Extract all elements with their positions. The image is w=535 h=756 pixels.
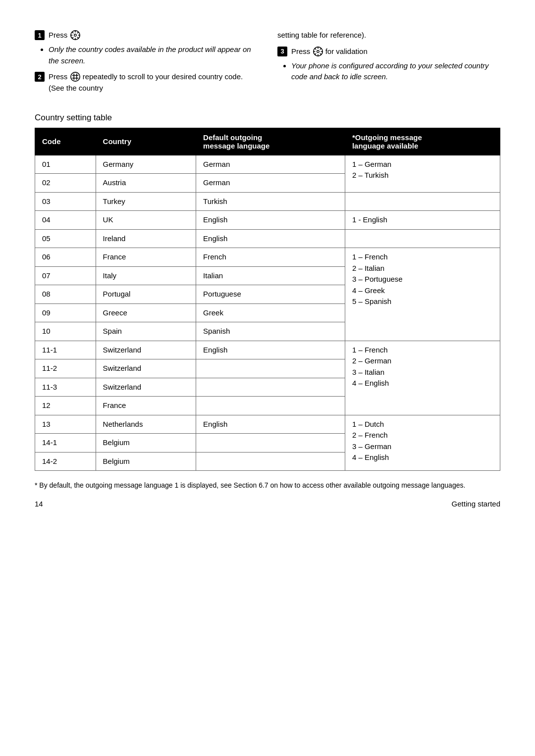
- cell-country: Belgium: [96, 452, 196, 471]
- cell-code: 09: [35, 303, 96, 322]
- cell-default: [196, 434, 345, 453]
- hash-icon-1: [70, 71, 81, 82]
- step-1-number: 1: [35, 30, 45, 40]
- cell-default: [196, 452, 345, 471]
- svg-line-24: [72, 37, 73, 39]
- cell-country: Italy: [96, 266, 196, 285]
- cell-default: [196, 359, 345, 378]
- svg-line-23: [77, 32, 78, 34]
- cell-country: Austria: [96, 174, 196, 193]
- left-column: 1 Press Only the country codes ava: [35, 30, 258, 97]
- cell-code: 10: [35, 322, 96, 341]
- step-3-bullet-1: Your phone is configured according to yo…: [291, 60, 500, 83]
- cell-country: Switzerland: [96, 359, 196, 378]
- table-row: 03TurkeyTurkish: [35, 192, 500, 211]
- cell-code: 01: [35, 155, 96, 174]
- cell-default: Portuguese: [196, 285, 345, 304]
- table-row: 11-1SwitzerlandEnglish1 – French2 – Germ…: [35, 341, 500, 359]
- cell-code: 14-2: [35, 452, 96, 471]
- cell-default: English: [196, 211, 345, 230]
- cell-available: 1 – French2 – German3 – Italian4 – Engli…: [345, 341, 500, 415]
- cell-available: 1 – French2 – Italian3 – Portuguese4 – G…: [345, 248, 500, 341]
- svg-line-38: [320, 48, 321, 50]
- svg-line-36: [315, 48, 316, 50]
- svg-line-22: [77, 37, 78, 39]
- step-1: 1 Press: [35, 30, 258, 41]
- cell-available: 1 - English: [345, 211, 500, 230]
- cell-default: English: [196, 229, 345, 248]
- cell-default: English: [196, 341, 345, 359]
- step-1-text: Press: [49, 30, 81, 41]
- page-number: 14: [35, 500, 43, 508]
- cell-default: [196, 397, 345, 415]
- cell-default: Italian: [196, 266, 345, 285]
- svg-point-16: [74, 34, 76, 37]
- step-3-text: Press for validation: [291, 46, 368, 57]
- cell-default: Turkish: [196, 192, 345, 211]
- cell-country: UK: [96, 211, 196, 230]
- step-2: 2 Press repeatedly to scroll to your des…: [35, 71, 258, 94]
- col-header-country: Country: [96, 128, 196, 155]
- cell-country: Portugal: [96, 285, 196, 304]
- col-header-available: *Outgoing messagelanguage available: [345, 128, 500, 155]
- step-3-number: 3: [277, 47, 287, 56]
- country-table: Code Country Default outgoingmessage lan…: [35, 128, 500, 471]
- cell-code: 08: [35, 285, 96, 304]
- cell-code: 05: [35, 229, 96, 248]
- page-section-label: Getting started: [452, 500, 500, 508]
- cell-default: Spanish: [196, 322, 345, 341]
- cell-code: 04: [35, 211, 96, 230]
- cell-code: 11-1: [35, 341, 96, 359]
- col-header-default: Default outgoingmessage language: [196, 128, 345, 155]
- cell-default: German: [196, 155, 345, 174]
- cell-country: Switzerland: [96, 378, 196, 397]
- cell-code: 13: [35, 415, 96, 434]
- cell-available: 1 – German2 – Turkish: [345, 155, 500, 192]
- top-section: 1 Press Only the country codes ava: [35, 30, 500, 97]
- table-row: 06FranceFrench1 – French2 – Italian3 – P…: [35, 248, 500, 267]
- cell-code: 12: [35, 397, 96, 415]
- table-row: 05IrelandEnglish: [35, 229, 500, 248]
- step-3: 3 Press for validation: [277, 46, 500, 57]
- right-column: setting table for reference). 3 Press: [277, 30, 500, 97]
- section-title: Country setting table: [35, 113, 500, 123]
- step-1-bullets: Only the country codes available in the …: [49, 44, 258, 66]
- cell-country: Netherlands: [96, 415, 196, 434]
- step-3-bullets: Your phone is configured according to yo…: [291, 60, 500, 83]
- cell-code: 06: [35, 248, 96, 267]
- cell-available: [345, 229, 500, 248]
- cell-available: 1 – Dutch2 – French3 – German4 – English: [345, 415, 500, 471]
- cell-code: 14-1: [35, 434, 96, 453]
- cell-country: Belgium: [96, 434, 196, 453]
- cell-default: German: [196, 174, 345, 193]
- cell-code: 03: [35, 192, 96, 211]
- cell-code: 02: [35, 174, 96, 193]
- cell-code: 07: [35, 266, 96, 285]
- step-2-number: 2: [35, 72, 45, 82]
- svg-line-21: [72, 32, 73, 34]
- cell-country: Switzerland: [96, 341, 196, 359]
- col-header-code: Code: [35, 128, 96, 155]
- table-row: 01GermanyGerman1 – German2 – Turkish: [35, 155, 500, 174]
- svg-point-31: [317, 50, 319, 52]
- table-row: 13NetherlandsEnglish1 – Dutch2 – French3…: [35, 415, 500, 434]
- step-2-text: Press repeatedly to scroll to your desir…: [49, 71, 258, 94]
- step-1-bullet-1: Only the country codes available in the …: [49, 44, 258, 66]
- cell-country: Greece: [96, 303, 196, 322]
- cell-country: France: [96, 397, 196, 415]
- svg-point-25: [70, 72, 79, 81]
- settings-icon-2: [313, 46, 323, 57]
- step-2-continued: setting table for reference).: [277, 30, 500, 41]
- cell-default: English: [196, 415, 345, 434]
- table-row: 04UKEnglish1 - English: [35, 211, 500, 230]
- svg-line-37: [320, 53, 321, 54]
- svg-line-39: [315, 53, 316, 54]
- footer-note: * By default, the outgoing message langu…: [35, 480, 500, 491]
- cell-code: 11-3: [35, 378, 96, 397]
- table-header-row: Code Country Default outgoingmessage lan…: [35, 128, 500, 155]
- cell-default: French: [196, 248, 345, 267]
- cell-code: 11-2: [35, 359, 96, 378]
- cell-country: Spain: [96, 322, 196, 341]
- settings-icon-1: [70, 30, 81, 41]
- cell-country: France: [96, 248, 196, 267]
